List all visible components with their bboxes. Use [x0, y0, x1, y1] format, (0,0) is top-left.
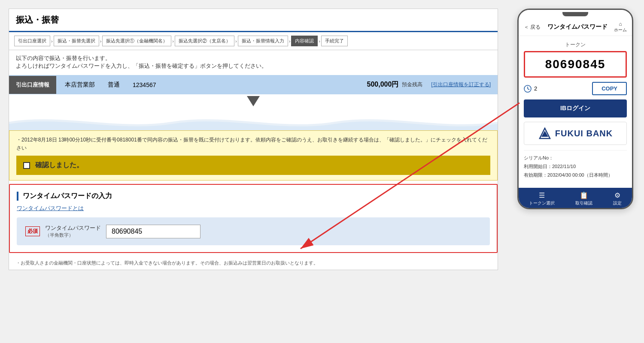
ib-login-button[interactable]: IBログイン	[524, 99, 627, 117]
fukui-bank-logo: FUKUI BANK	[524, 122, 627, 145]
breadcrumb-arrow-1: ›	[50, 39, 54, 44]
gear-icon: ⚙	[614, 191, 620, 199]
breadcrumb-arrow-4: ›	[234, 39, 238, 44]
otp-section: ワンタイムパスワードの入力 ワンタイムパスワードとは 必須 ワンタイムパスワード…	[9, 184, 498, 253]
otp-field-labels: ワンタイムパスワード （半角数字）	[45, 224, 101, 238]
phone-header-title: ワンタイムパスワード	[547, 23, 608, 31]
clock-icon	[524, 85, 532, 93]
timer-display: 2	[524, 85, 537, 93]
otp-help-link[interactable]: ワンタイムパスワードとは	[17, 205, 84, 212]
home-label: ホーム	[614, 27, 627, 33]
timer-value: 2	[534, 85, 537, 92]
right-panel: ＜ 戻る ワンタイムパスワード ⌂ ホーム トークン 80690845	[507, 0, 644, 343]
token-controls: 2 COPY	[524, 82, 627, 95]
warning-text: ・2012年8月18日 13時00分10秒に受付番号0818001番で同内容の振…	[16, 136, 490, 152]
copy-button[interactable]: COPY	[592, 82, 627, 95]
otp-title: ワンタイムパスワードの入力	[17, 192, 490, 201]
footer-settings-label: 設定	[613, 200, 622, 206]
account-label: 引出口座情報	[9, 76, 56, 94]
wave-separator	[9, 113, 498, 130]
account-branch: 本店営業部	[65, 81, 95, 89]
page-title: 振込・振替	[9, 9, 498, 32]
bank-name: FUKUI BANK	[555, 129, 613, 138]
list-icon: ☰	[539, 191, 545, 199]
token-section-label: トークン	[524, 41, 627, 48]
serial-label: シリアルNo：	[524, 154, 627, 162]
edit-account-link[interactable]: [引出口座情報を訂正する]	[431, 81, 498, 88]
svg-marker-0	[247, 96, 260, 106]
intro-text: 以下の内容で振込・振替を行います。 よろしければワンタイムパスワードを入力し、「…	[9, 50, 498, 72]
breadcrumb-item-6: 内容確認	[291, 36, 318, 46]
balance-amount: 500,000円	[367, 80, 398, 89]
phone-footer: ☰ トークン選択 📋 取引確認 ⚙ 設定	[519, 188, 632, 208]
warning-box: ・2012年8月18日 13時00分10秒に受付番号0818001番で同内容の振…	[9, 130, 498, 181]
clipboard-icon: 📋	[580, 191, 588, 199]
breadcrumb-item-4[interactable]: 振込先選択②（支店名）	[175, 36, 234, 46]
phone-home-button[interactable]: ⌂ ホーム	[614, 21, 627, 33]
footer-token-select[interactable]: ☰ トークン選択	[529, 191, 555, 206]
bottom-notice: ・お受取人さまの金融機関・口座状態によっては、即時入金できない場合があります。そ…	[9, 256, 498, 270]
svg-line-3	[528, 89, 529, 90]
footer-settings[interactable]: ⚙ 設定	[613, 191, 622, 206]
phone-status-bar	[519, 10, 632, 18]
required-badge: 必須	[25, 226, 40, 236]
phone-back-button[interactable]: ＜ 戻る	[524, 24, 541, 31]
phone-info: シリアルNo： 利用開始日：2022/11/10 有効期限：2032/04/30…	[524, 150, 627, 179]
footer-transaction-label: 取引確認	[575, 200, 592, 206]
footer-token-label: トークン選択	[529, 200, 555, 206]
otp-sub-label: （半角数字）	[45, 232, 101, 238]
breadcrumb: 引出口座選択 › 振込・振替先選択 › 振込先選択①（金融機関名） › 振込先選…	[9, 32, 498, 50]
arrow-down	[9, 94, 498, 110]
breadcrumb-item-5[interactable]: 振込・振替情報入力	[238, 36, 288, 46]
otp-input[interactable]	[106, 225, 200, 238]
home-icon: ⌂	[614, 21, 627, 27]
breadcrumb-item-1[interactable]: 引出口座選択	[14, 36, 50, 46]
expiry-label: 有効期限：2032/04/30 00:00（日本時間）	[524, 171, 627, 180]
confirm-checkbox[interactable]	[23, 162, 30, 169]
breadcrumb-arrow-2: ›	[99, 39, 103, 44]
start-date-label: 利用開始日：2022/11/10	[524, 162, 627, 171]
breadcrumb-arrow-5: ›	[288, 39, 292, 44]
breadcrumb-item-2[interactable]: 振込・振替先選択	[54, 36, 99, 46]
account-row: 引出口座情報 本店営業部 普通 1234567 500,000円 預金残高 [引…	[9, 75, 498, 94]
confirm-text: 確認しました。	[35, 161, 83, 170]
account-balance: 500,000円 預金残高	[367, 80, 422, 89]
phone-mockup: ＜ 戻る ワンタイムパスワード ⌂ ホーム トークン 80690845	[517, 9, 633, 209]
account-details: 本店営業部 普通 1234567 500,000円 預金残高	[56, 75, 431, 94]
account-type: 普通	[108, 81, 120, 89]
confirm-row: 確認しました。	[16, 156, 490, 175]
otp-input-row: 必須 ワンタイムパスワード （半角数字）	[17, 217, 490, 245]
otp-field-label: ワンタイムパスワード	[45, 224, 101, 232]
breadcrumb-arrow-6: ›	[318, 39, 321, 44]
fukui-logo-icon	[538, 127, 552, 139]
phone-body: トークン 80690845 2 COPY IBログイン	[519, 36, 632, 188]
phone-notch	[562, 12, 588, 16]
account-number: 1234567	[133, 81, 156, 88]
balance-label: 預金残高	[402, 81, 422, 88]
breadcrumb-arrow-3: ›	[171, 39, 175, 44]
token-display: 80690845	[524, 51, 627, 78]
breadcrumb-item-3[interactable]: 振込先選択①（金融機関名）	[102, 36, 171, 46]
breadcrumb-item-7[interactable]: 手続完了	[321, 36, 348, 46]
phone-header: ＜ 戻る ワンタイムパスワード ⌂ ホーム	[519, 18, 632, 36]
footer-transaction-confirm[interactable]: 📋 取引確認	[575, 191, 592, 206]
